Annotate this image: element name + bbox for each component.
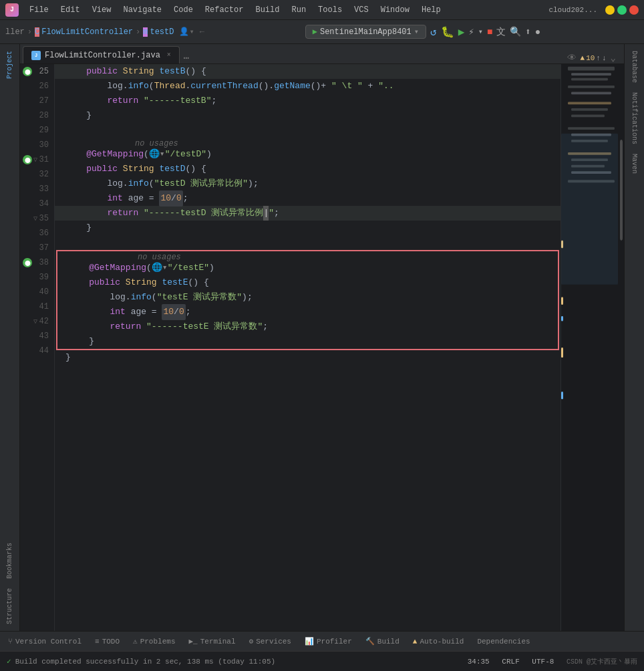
breadcrumb: ller › C FlowLimitController › m testD 👤… — [5, 27, 204, 37]
refresh-icon[interactable]: ↺ — [430, 25, 437, 39]
breadcrumb-method[interactable]: m testD — [143, 27, 174, 37]
panel-label-maven[interactable]: Maven — [629, 150, 639, 178]
close-button[interactable] — [629, 5, 639, 15]
menu-file[interactable]: File — [24, 4, 54, 16]
svg-rect-7 — [571, 114, 605, 117]
profiler-button[interactable]: 📊 Profiler — [302, 636, 355, 647]
tab-close-icon[interactable]: × — [167, 51, 171, 59]
menu-build[interactable]: Build — [250, 4, 285, 16]
menu-help[interactable]: Help — [416, 4, 446, 16]
services-button[interactable]: ⚙ Services — [247, 636, 294, 647]
svg-rect-16 — [620, 140, 623, 241]
translate-icon[interactable]: 文 — [496, 26, 506, 38]
coverage-icon[interactable]: ⚡ — [468, 26, 474, 37]
svg-rect-6 — [571, 108, 608, 111]
menu-vcs[interactable]: VCS — [349, 4, 374, 16]
tab-file-icon: J — [31, 51, 41, 60]
gutter-line-28: 28 — [20, 108, 54, 123]
fold-42[interactable]: ▽ — [33, 317, 37, 325]
warning-chevron[interactable]: ⌄ — [611, 52, 616, 63]
menu-window[interactable]: Window — [375, 4, 415, 16]
menu-tools[interactable]: Tools — [313, 4, 347, 16]
code-line-35: } — [55, 221, 560, 235]
gutter-line-36: 36 — [20, 226, 54, 241]
tab-more-icon[interactable]: ⋯ — [184, 52, 189, 63]
sidebar-label-bookmarks[interactable]: Bookmarks — [5, 539, 15, 583]
terminal-button[interactable]: ▶_ Terminal — [186, 636, 238, 647]
gutter-line-42: ▽ 42 — [20, 314, 54, 329]
sidebar-label-structure[interactable]: Structure — [5, 584, 15, 628]
line-ending[interactable]: CRLF — [502, 658, 519, 666]
build-status: ✓ Build completed successfully in 2 sec,… — [7, 657, 275, 666]
menu-refactor[interactable]: Refactor — [200, 4, 249, 16]
menu-navigate[interactable]: Navigate — [118, 4, 167, 16]
svg-rect-3 — [568, 86, 615, 88]
cursor-position[interactable]: 34:35 — [468, 658, 490, 666]
gutter-line-39: 39 — [20, 270, 54, 285]
gutter-line-37: 37 — [20, 241, 54, 255]
window-controls: cloud202... — [548, 5, 639, 15]
code-line-39: log.info("testE 测试异常数"); — [57, 290, 558, 305]
class-icon: C — [35, 27, 39, 37]
svg-rect-8 — [568, 127, 615, 130]
menu-code[interactable]: Code — [168, 4, 198, 16]
live-icon[interactable]: ● — [535, 27, 540, 37]
code-editor[interactable]: public String testB() { log.info(Thread.… — [55, 64, 560, 631]
code-line-30: @GetMapping(🌐▾"/testD") — [55, 147, 560, 162]
breakpoint-25[interactable]: ⬤ — [23, 67, 32, 76]
code-line-33: int age = 10/0; — [55, 191, 560, 206]
run-configuration[interactable]: ▶ SentinelMainApp8401 ▾ — [305, 25, 426, 39]
todo-button[interactable]: ≡ TODO — [92, 636, 122, 647]
dependencies-button[interactable]: Dependencies — [474, 636, 532, 647]
gutter-line-41: 41 — [20, 299, 54, 314]
minimap — [560, 64, 624, 631]
gutter-line-44: 44 — [20, 344, 54, 358]
right-panel: Database Notifications Maven — [624, 44, 644, 631]
svg-rect-1 — [571, 73, 611, 76]
warning-count[interactable]: ▲ 10 ↑ ↓ — [581, 54, 607, 62]
warning-number: 10 — [586, 54, 595, 62]
encoding[interactable]: UTF-8 — [532, 658, 554, 666]
project-name: cloud202... — [548, 6, 597, 14]
sidebar-label-project[interactable]: Project — [5, 47, 15, 83]
nav-bar: ller › C FlowLimitController › m testD 👤… — [0, 20, 644, 44]
user-icon: 👤▾ — [179, 27, 194, 37]
svg-rect-2 — [571, 78, 608, 81]
svg-rect-22 — [561, 134, 618, 285]
debug-icon[interactable]: 🐛 — [441, 25, 454, 39]
back-icon[interactable]: ← — [200, 27, 204, 37]
menu-run[interactable]: Run — [286, 4, 311, 16]
code-line-25: public String testB() { — [55, 64, 560, 79]
update-icon[interactable]: ⬆ — [525, 26, 530, 37]
fold-31[interactable]: ▽ — [33, 156, 37, 164]
breadcrumb-class[interactable]: C FlowLimitController — [35, 27, 133, 37]
run-icon[interactable]: ▶ — [458, 25, 465, 39]
version-control-button[interactable]: ⑂ Version Control — [5, 636, 84, 647]
breadcrumb-root: ller — [5, 27, 25, 37]
breakpoint-31[interactable]: ⬤ — [23, 155, 32, 164]
breakpoint-38[interactable]: ⬤ — [23, 258, 32, 267]
problems-button[interactable]: ⚠ Problems — [130, 636, 178, 647]
left-sidebar: Project Bookmarks Structure — [0, 44, 20, 631]
svg-rect-18 — [561, 297, 563, 305]
build-label: Build — [377, 638, 399, 646]
minimize-button[interactable] — [605, 5, 615, 15]
todo-icon: ≡ — [95, 638, 100, 646]
tab-flowlimit[interactable]: J FlowLimitController.java × — [23, 46, 180, 63]
panel-label-notifications[interactable]: Notifications — [629, 88, 639, 148]
menu-edit[interactable]: Edit — [55, 4, 86, 16]
fold-35[interactable]: ▽ — [33, 215, 37, 223]
stop-icon[interactable]: ■ — [487, 27, 492, 37]
panel-label-database[interactable]: Database — [629, 47, 639, 87]
menu-view[interactable]: View — [87, 4, 117, 16]
search-icon[interactable]: 🔍 — [510, 26, 521, 37]
svg-rect-19 — [561, 316, 563, 321]
title-bar: J File Edit View Navigate Code Refactor … — [0, 0, 644, 20]
more-run-icon[interactable]: ▾ — [478, 27, 483, 37]
maximize-button[interactable] — [617, 5, 627, 15]
build-button[interactable]: 🔨 Build — [363, 636, 402, 647]
run-config-dropdown[interactable]: ▾ — [414, 27, 419, 37]
eye-off-icon[interactable]: 👁 — [567, 53, 577, 63]
code-line-41: return "------testE 测试异常数"; — [57, 319, 558, 334]
auto-build-button[interactable]: ▲ Auto-build — [410, 636, 467, 647]
